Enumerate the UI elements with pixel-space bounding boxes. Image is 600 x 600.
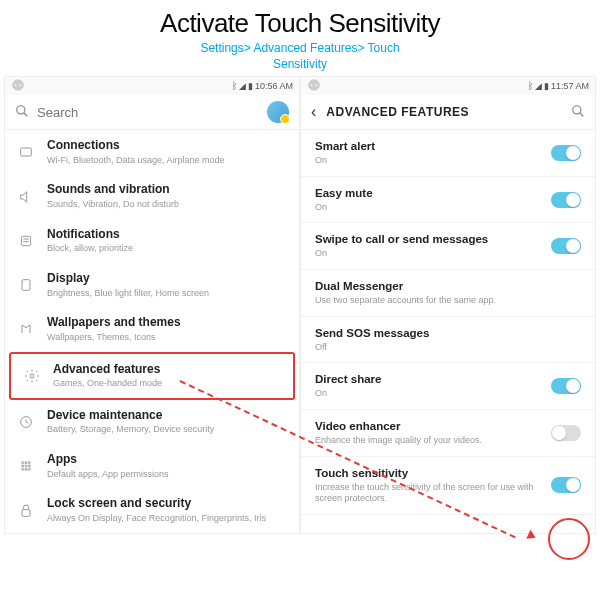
- item-easy-mute[interactable]: Easy muteOn: [301, 177, 595, 224]
- apps-icon: [17, 457, 35, 475]
- wifi-icon: ◢: [535, 81, 542, 91]
- toggle-smart-alert[interactable]: [551, 145, 581, 161]
- item-display[interactable]: DisplayBrightness, Blue light filter, Ho…: [5, 263, 299, 307]
- svg-point-0: [12, 79, 24, 91]
- svg-rect-21: [22, 509, 30, 516]
- svg-point-23: [311, 84, 313, 86]
- lock-icon: [17, 502, 35, 520]
- item-apps[interactable]: AppsDefault apps, App permissions: [5, 444, 299, 488]
- item-wallpapers[interactable]: Wallpapers and themesWallpapers, Themes,…: [5, 307, 299, 351]
- item-notifications[interactable]: NotificationsBlock, allow, prioritize: [5, 219, 299, 263]
- svg-rect-5: [21, 148, 32, 156]
- toggle-touch-sensitivity[interactable]: [551, 477, 581, 493]
- svg-point-14: [28, 462, 30, 464]
- connections-icon: [17, 143, 35, 161]
- display-icon: [17, 276, 35, 294]
- phone-settings: ᛒ ◢ ▮ 10:56 AM ConnectionsWi-Fi, Bluetoo…: [4, 76, 300, 534]
- toggle-swipe-call[interactable]: [551, 238, 581, 254]
- status-time: 10:56 AM: [255, 81, 293, 91]
- page-title: Activate Touch Sensitivity: [0, 8, 600, 39]
- notifications-icon: [17, 232, 35, 250]
- status-time: 11:57 AM: [551, 81, 589, 91]
- svg-point-3: [17, 105, 25, 113]
- breadcrumb: Settings> Advanced Features> Touch Sensi…: [0, 41, 600, 72]
- back-arrow-icon[interactable]: ‹: [311, 103, 316, 121]
- svg-point-20: [28, 469, 30, 471]
- status-bar: ᛒ ◢ ▮ 11:57 AM: [301, 77, 595, 95]
- svg-rect-6: [21, 236, 30, 245]
- wifi-icon: ◢: [239, 81, 246, 91]
- search-bar[interactable]: [5, 95, 299, 130]
- status-bar: ᛒ ◢ ▮ 10:56 AM: [5, 77, 299, 95]
- svg-line-4: [24, 112, 28, 116]
- signal-icon: ▮: [248, 81, 253, 91]
- svg-point-10: [30, 374, 34, 378]
- item-lock-screen[interactable]: Lock screen and securityAlways On Displa…: [5, 488, 299, 532]
- svg-rect-9: [22, 280, 30, 291]
- toggle-video-enhancer[interactable]: [551, 425, 581, 441]
- topbar: ‹ ADVANCED FEATURES: [301, 95, 595, 130]
- svg-point-12: [22, 462, 24, 464]
- reddit-icon: [307, 78, 321, 94]
- svg-point-22: [308, 79, 320, 91]
- item-smart-alert[interactable]: Smart alertOn: [301, 130, 595, 177]
- svg-point-19: [25, 469, 27, 471]
- svg-point-15: [22, 465, 24, 467]
- wallpapers-icon: [17, 320, 35, 338]
- advanced-icon: [23, 367, 41, 385]
- item-advanced-features[interactable]: Advanced featuresGames, One-handed mode: [9, 352, 295, 400]
- topbar-title: ADVANCED FEATURES: [326, 105, 561, 119]
- search-input[interactable]: [37, 105, 259, 120]
- item-sounds[interactable]: Sounds and vibrationSounds, Vibration, D…: [5, 174, 299, 218]
- svg-point-1: [15, 84, 17, 86]
- svg-point-2: [19, 84, 21, 86]
- advanced-list: Smart alertOn Easy muteOn Swipe to call …: [301, 130, 595, 515]
- item-connections[interactable]: ConnectionsWi-Fi, Bluetooth, Data usage,…: [5, 130, 299, 174]
- item-swipe-call[interactable]: Swipe to call or send messagesOn: [301, 223, 595, 270]
- item-direct-share[interactable]: Direct shareOn: [301, 363, 595, 410]
- reddit-icon: [11, 78, 25, 94]
- tutorial-header: Activate Touch Sensitivity Settings> Adv…: [0, 0, 600, 76]
- toggle-direct-share[interactable]: [551, 378, 581, 394]
- avatar[interactable]: [267, 101, 289, 123]
- svg-point-16: [25, 465, 27, 467]
- item-device-maintenance[interactable]: Device maintenanceBattery, Storage, Memo…: [5, 400, 299, 444]
- svg-point-18: [22, 469, 24, 471]
- bluetooth-icon: ᛒ: [232, 81, 237, 91]
- toggle-easy-mute[interactable]: [551, 192, 581, 208]
- phone-advanced-features: ᛒ ◢ ▮ 11:57 AM ‹ ADVANCED FEATURES Smart…: [300, 76, 596, 534]
- maintenance-icon: [17, 413, 35, 431]
- settings-list: ConnectionsWi-Fi, Bluetooth, Data usage,…: [5, 130, 299, 533]
- item-video-enhancer[interactable]: Video enhancerEnhance the image quality …: [301, 410, 595, 457]
- item-touch-sensitivity[interactable]: Touch sensitivityIncrease the touch sens…: [301, 457, 595, 515]
- svg-line-26: [580, 112, 584, 116]
- item-send-sos[interactable]: Send SOS messagesOff: [301, 317, 595, 364]
- svg-point-25: [573, 105, 581, 113]
- svg-point-13: [25, 462, 27, 464]
- svg-point-24: [315, 84, 317, 86]
- sound-icon: [17, 188, 35, 206]
- search-icon: [15, 104, 29, 121]
- item-dual-messenger[interactable]: Dual MessengerUse two separate accounts …: [301, 270, 595, 317]
- search-icon[interactable]: [571, 104, 585, 121]
- signal-icon: ▮: [544, 81, 549, 91]
- bluetooth-icon: ᛒ: [528, 81, 533, 91]
- svg-point-17: [28, 465, 30, 467]
